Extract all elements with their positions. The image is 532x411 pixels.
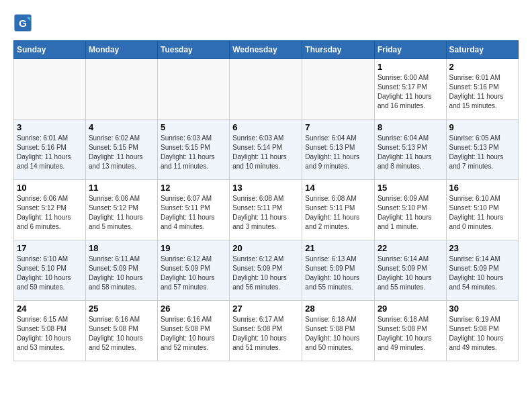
calendar-cell: 13Sunrise: 6:08 AM Sunset: 5:11 PM Dayli… [230, 180, 302, 240]
calendar-cell: 12Sunrise: 6:07 AM Sunset: 5:11 PM Dayli… [158, 180, 230, 240]
calendar-cell: 5Sunrise: 6:03 AM Sunset: 5:15 PM Daylig… [158, 120, 230, 180]
calendar-cell: 25Sunrise: 6:16 AM Sunset: 5:08 PM Dayli… [85, 301, 157, 361]
calendar-week-row: 1Sunrise: 6:00 AM Sunset: 5:17 PM Daylig… [14, 59, 519, 120]
day-info: Sunrise: 6:09 AM Sunset: 5:10 PM Dayligh… [378, 194, 443, 232]
calendar-cell: 30Sunrise: 6:19 AM Sunset: 5:08 PM Dayli… [446, 301, 518, 361]
calendar-cell: 22Sunrise: 6:14 AM Sunset: 5:09 PM Dayli… [374, 240, 446, 301]
calendar-cell: 19Sunrise: 6:12 AM Sunset: 5:09 PM Dayli… [158, 240, 230, 301]
day-info: Sunrise: 6:12 AM Sunset: 5:09 PM Dayligh… [232, 255, 299, 292]
calendar-cell: 16Sunrise: 6:10 AM Sunset: 5:10 PM Dayli… [446, 180, 518, 240]
day-info: Sunrise: 6:02 AM Sunset: 5:15 PM Dayligh… [89, 134, 154, 171]
day-number: 6 [232, 122, 299, 132]
day-info: Sunrise: 6:03 AM Sunset: 5:15 PM Dayligh… [161, 134, 226, 171]
day-info: Sunrise: 6:08 AM Sunset: 5:11 PM Dayligh… [232, 194, 299, 232]
day-info: Sunrise: 6:18 AM Sunset: 5:08 PM Dayligh… [305, 315, 371, 353]
day-info: Sunrise: 6:03 AM Sunset: 5:14 PM Dayligh… [232, 134, 299, 171]
day-number: 4 [89, 122, 154, 132]
calendar-cell: 9Sunrise: 6:05 AM Sunset: 5:13 PM Daylig… [446, 120, 518, 180]
day-info: Sunrise: 6:18 AM Sunset: 5:08 PM Dayligh… [378, 315, 443, 353]
calendar-cell [230, 59, 302, 120]
calendar-week-row: 3Sunrise: 6:01 AM Sunset: 5:16 PM Daylig… [14, 120, 519, 180]
day-number: 13 [232, 183, 299, 193]
day-info: Sunrise: 6:00 AM Sunset: 5:17 PM Dayligh… [378, 73, 443, 111]
day-number: 22 [378, 243, 443, 253]
day-number: 7 [305, 122, 371, 132]
day-info: Sunrise: 6:15 AM Sunset: 5:08 PM Dayligh… [17, 315, 83, 353]
day-number: 30 [449, 304, 515, 314]
day-number: 8 [378, 122, 443, 132]
calendar-cell: 26Sunrise: 6:16 AM Sunset: 5:08 PM Dayli… [158, 301, 230, 361]
day-number: 27 [232, 304, 299, 314]
day-number: 2 [449, 62, 515, 72]
calendar-table: SundayMondayTuesdayWednesdayThursdayFrid… [13, 40, 519, 361]
weekday-header: Monday [85, 41, 157, 59]
calendar-cell [85, 59, 157, 120]
calendar-week-row: 24Sunrise: 6:15 AM Sunset: 5:08 PM Dayli… [14, 301, 519, 361]
weekday-header: Saturday [446, 41, 518, 59]
day-info: Sunrise: 6:10 AM Sunset: 5:10 PM Dayligh… [449, 194, 515, 232]
calendar-week-row: 17Sunrise: 6:10 AM Sunset: 5:10 PM Dayli… [14, 240, 519, 301]
weekday-header: Friday [374, 41, 446, 59]
day-number: 18 [89, 243, 154, 253]
calendar-header: SundayMondayTuesdayWednesdayThursdayFrid… [14, 41, 519, 59]
calendar-cell: 11Sunrise: 6:06 AM Sunset: 5:12 PM Dayli… [85, 180, 157, 240]
calendar-cell [14, 59, 86, 120]
day-number: 25 [89, 304, 154, 314]
day-number: 1 [378, 62, 443, 72]
calendar-cell: 18Sunrise: 6:11 AM Sunset: 5:09 PM Dayli… [85, 240, 157, 301]
day-number: 5 [161, 122, 226, 132]
day-number: 15 [378, 183, 443, 193]
calendar-cell [302, 59, 375, 120]
day-info: Sunrise: 6:10 AM Sunset: 5:10 PM Dayligh… [17, 255, 83, 292]
calendar-cell [158, 59, 230, 120]
calendar-cell: 8Sunrise: 6:04 AM Sunset: 5:13 PM Daylig… [374, 120, 446, 180]
calendar-cell: 28Sunrise: 6:18 AM Sunset: 5:08 PM Dayli… [302, 301, 375, 361]
calendar-cell: 23Sunrise: 6:14 AM Sunset: 5:09 PM Dayli… [446, 240, 518, 301]
calendar-cell: 21Sunrise: 6:13 AM Sunset: 5:09 PM Dayli… [302, 240, 375, 301]
calendar-cell: 7Sunrise: 6:04 AM Sunset: 5:13 PM Daylig… [302, 120, 375, 180]
day-number: 21 [305, 243, 371, 253]
day-number: 23 [449, 243, 515, 253]
day-info: Sunrise: 6:17 AM Sunset: 5:08 PM Dayligh… [232, 315, 299, 353]
calendar-cell: 17Sunrise: 6:10 AM Sunset: 5:10 PM Dayli… [14, 240, 86, 301]
svg-text:G: G [19, 17, 27, 29]
day-number: 19 [161, 243, 226, 253]
calendar-body: 1Sunrise: 6:00 AM Sunset: 5:17 PM Daylig… [14, 59, 519, 361]
day-info: Sunrise: 6:11 AM Sunset: 5:09 PM Dayligh… [89, 255, 154, 292]
day-info: Sunrise: 6:06 AM Sunset: 5:12 PM Dayligh… [89, 194, 154, 232]
day-number: 20 [232, 243, 299, 253]
calendar-cell: 10Sunrise: 6:06 AM Sunset: 5:12 PM Dayli… [14, 180, 86, 240]
day-number: 3 [17, 122, 83, 132]
day-info: Sunrise: 6:16 AM Sunset: 5:08 PM Dayligh… [161, 315, 226, 353]
calendar-cell: 2Sunrise: 6:01 AM Sunset: 5:16 PM Daylig… [446, 59, 518, 120]
day-number: 10 [17, 183, 83, 193]
calendar-week-row: 10Sunrise: 6:06 AM Sunset: 5:12 PM Dayli… [14, 180, 519, 240]
day-info: Sunrise: 6:04 AM Sunset: 5:13 PM Dayligh… [305, 134, 371, 171]
calendar-cell: 4Sunrise: 6:02 AM Sunset: 5:15 PM Daylig… [85, 120, 157, 180]
day-number: 14 [305, 183, 371, 193]
day-number: 17 [17, 243, 83, 253]
day-number: 24 [17, 304, 83, 314]
day-number: 11 [89, 183, 154, 193]
day-info: Sunrise: 6:14 AM Sunset: 5:09 PM Dayligh… [449, 255, 515, 292]
day-info: Sunrise: 6:05 AM Sunset: 5:13 PM Dayligh… [449, 134, 515, 171]
calendar-cell: 29Sunrise: 6:18 AM Sunset: 5:08 PM Dayli… [374, 301, 446, 361]
calendar-cell: 14Sunrise: 6:08 AM Sunset: 5:11 PM Dayli… [302, 180, 375, 240]
day-info: Sunrise: 6:06 AM Sunset: 5:12 PM Dayligh… [17, 194, 83, 232]
weekday-header: Wednesday [230, 41, 302, 59]
day-info: Sunrise: 6:07 AM Sunset: 5:11 PM Dayligh… [161, 194, 226, 232]
day-info: Sunrise: 6:14 AM Sunset: 5:09 PM Dayligh… [378, 255, 443, 292]
day-number: 16 [449, 183, 515, 193]
weekday-header: Tuesday [158, 41, 230, 59]
day-number: 26 [161, 304, 226, 314]
day-number: 9 [449, 122, 515, 132]
logo: G [13, 13, 34, 32]
day-number: 28 [305, 304, 371, 314]
day-number: 29 [378, 304, 443, 314]
day-info: Sunrise: 6:12 AM Sunset: 5:09 PM Dayligh… [161, 255, 226, 292]
calendar-cell: 24Sunrise: 6:15 AM Sunset: 5:08 PM Dayli… [14, 301, 86, 361]
weekday-header: Thursday [302, 41, 375, 59]
day-info: Sunrise: 6:04 AM Sunset: 5:13 PM Dayligh… [378, 134, 443, 171]
weekday-header: Sunday [14, 41, 86, 59]
day-info: Sunrise: 6:01 AM Sunset: 5:16 PM Dayligh… [17, 134, 83, 171]
